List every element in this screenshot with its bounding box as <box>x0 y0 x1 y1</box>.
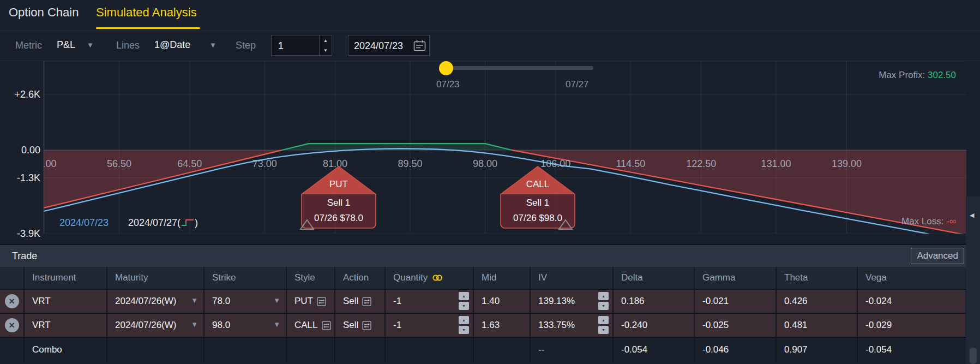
x-tick-label: 98.00 <box>473 158 497 169</box>
tab-simulated-analysis[interactable]: Simulated Analysis <box>96 5 197 20</box>
chevron-down-icon[interactable]: ▼ <box>273 320 280 329</box>
metric-select[interactable]: P&L <box>57 39 75 51</box>
header-vega: Vega <box>857 267 965 289</box>
date-input[interactable] <box>348 35 414 56</box>
spin-down-icon[interactable]: ▼ <box>459 302 469 310</box>
step-down-icon[interactable]: ▼ <box>320 45 332 55</box>
date-input-box <box>348 35 430 56</box>
cell-action <box>334 338 384 362</box>
spin-down-icon[interactable]: ▼ <box>598 302 609 310</box>
header-label: Instrument <box>32 272 76 283</box>
cell-maturity[interactable]: 2024/07/26(W)▼ <box>106 314 203 337</box>
cell-quantity[interactable]: -1 ▲▼ <box>384 290 473 313</box>
swap-icon[interactable] <box>322 321 331 330</box>
theta-value: 0.426 <box>784 296 808 307</box>
cell-style[interactable]: PUT <box>286 290 334 313</box>
chevron-down-icon[interactable]: ▼ <box>273 296 280 305</box>
pnl-fill <box>43 150 282 208</box>
swap-icon[interactable] <box>317 297 326 306</box>
quantity-value: -1 <box>393 320 401 331</box>
step-input[interactable] <box>272 35 322 56</box>
date-slider-track[interactable] <box>446 66 593 70</box>
legend-expiration[interactable]: 2024/07/27() <box>128 217 198 229</box>
chevron-down-icon[interactable]: ▼ <box>209 41 217 49</box>
spin-up-icon[interactable]: ▲ <box>459 316 469 324</box>
tab-bar: Option Chain Simulated Analysis <box>0 0 980 31</box>
cell-iv: -- <box>530 338 612 362</box>
mid-value: 1.40 <box>482 296 500 307</box>
iv-stepper: ▲▼ <box>598 292 609 310</box>
header-label: Action <box>343 272 369 283</box>
call-marker-type: CALL <box>500 179 575 190</box>
x-tick-label: 139.00 <box>832 158 862 169</box>
lines-select[interactable]: 1@Date <box>154 39 190 51</box>
header-quantity: Quantity <box>384 267 473 289</box>
gamma-value: -0.021 <box>702 296 729 307</box>
swap-icon[interactable] <box>362 297 371 306</box>
tab-option-chain[interactable]: Option Chain <box>9 5 79 20</box>
put-marker-action: Sell 1 <box>301 198 376 208</box>
theta-value: 0.907 <box>784 344 808 355</box>
swap-icon[interactable] <box>362 321 371 330</box>
cell-delta: -0.240 <box>612 314 694 337</box>
link-icon[interactable] <box>431 273 443 282</box>
calendar-icon[interactable] <box>413 40 426 52</box>
instrument-value: VRT <box>32 320 51 331</box>
cell-iv[interactable]: 133.75% ▲▼ <box>530 314 612 337</box>
close-icon[interactable]: ✕ <box>5 318 19 332</box>
header-strike: Strike <box>203 267 286 289</box>
y-tick-label: -3.9K <box>17 228 40 239</box>
cell-style <box>286 338 334 362</box>
scrollbar-arrow-icon[interactable]: ◀ <box>970 212 974 219</box>
header-label: Mid <box>482 272 496 283</box>
cell-gamma: -0.021 <box>694 290 775 313</box>
cell-quantity[interactable]: -1 ▲▼ <box>384 314 473 337</box>
cell-action[interactable]: Sell <box>334 290 384 313</box>
chevron-down-icon[interactable]: ▼ <box>191 320 198 329</box>
cell-action[interactable]: Sell <box>334 314 384 337</box>
header-instrument: Instrument <box>23 267 106 289</box>
put-strike-pin-icon[interactable] <box>299 218 316 231</box>
cell-maturity <box>106 338 203 362</box>
cell-quantity <box>384 338 473 362</box>
spin-up-icon[interactable]: ▲ <box>598 316 609 324</box>
max-loss-note: Max Loss: -∞ <box>901 216 956 227</box>
spin-down-icon[interactable]: ▼ <box>598 326 609 334</box>
vertical-scrollbar[interactable]: ◀ <box>966 196 980 364</box>
cell-theta: 0.481 <box>775 314 857 337</box>
vega-value: -0.054 <box>865 344 892 355</box>
spin-down-icon[interactable]: ▼ <box>459 326 469 334</box>
cell-iv[interactable]: 139.13% ▲▼ <box>530 290 612 313</box>
close-icon[interactable]: ✕ <box>5 294 19 308</box>
header-label: Quantity <box>393 272 428 283</box>
active-tab-underline <box>96 27 200 29</box>
trade-title: Trade <box>12 250 37 262</box>
spin-up-icon[interactable]: ▲ <box>598 292 609 300</box>
cell-style[interactable]: CALL <box>286 314 334 337</box>
metric-label: Metric <box>15 40 42 51</box>
cell-strike[interactable]: 78.0▼ <box>203 290 286 313</box>
x-tick-label: 64.50 <box>177 158 202 169</box>
advanced-button[interactable]: Advanced <box>911 248 964 264</box>
header-label: Gamma <box>702 272 735 283</box>
trade-table: Instrument Maturity Strike Style Action … <box>0 267 980 362</box>
cell-vega: -0.029 <box>857 314 965 337</box>
header-label: Style <box>294 272 315 283</box>
call-strike-pin-icon[interactable] <box>557 218 575 231</box>
chevron-down-icon[interactable]: ▼ <box>87 41 94 49</box>
step-up-icon[interactable]: ▲ <box>320 35 332 45</box>
cell-maturity[interactable]: 2024/07/26(W)▼ <box>106 290 203 313</box>
cell-strike[interactable]: 98.0▼ <box>203 314 286 337</box>
legend-today[interactable]: 2024/07/23 <box>59 217 109 229</box>
step-input-box: ▲ ▼ <box>271 35 332 56</box>
action-value: Sell <box>343 296 358 307</box>
gamma-value: -0.025 <box>702 320 729 331</box>
cell-gamma: -0.046 <box>694 338 775 362</box>
series-line <box>43 150 282 208</box>
slider-start-label: 07/23 <box>436 79 460 90</box>
scrollbar-thumb[interactable] <box>970 348 977 364</box>
cell-delta: 0.186 <box>612 290 694 313</box>
spin-up-icon[interactable]: ▲ <box>459 292 469 300</box>
chevron-down-icon[interactable]: ▼ <box>191 296 198 305</box>
date-slider-knob[interactable] <box>439 61 453 75</box>
